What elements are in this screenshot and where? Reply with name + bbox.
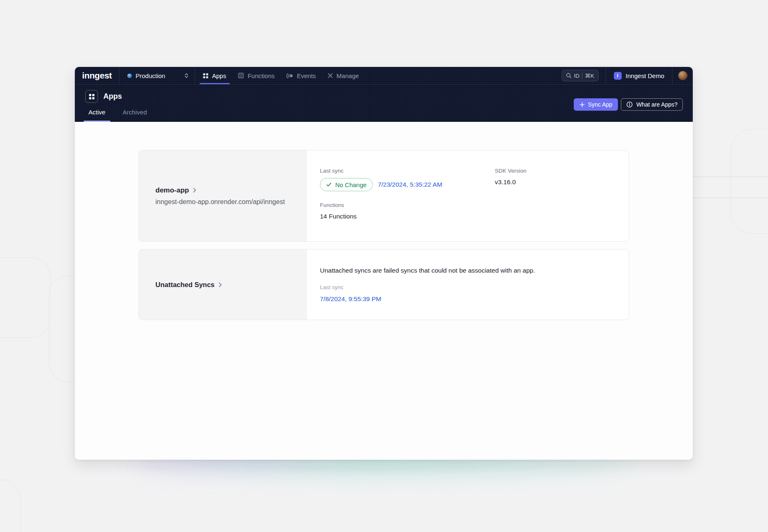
background-decoration-line	[686, 197, 768, 198]
functions-count: 14 Functions	[320, 213, 495, 220]
code-icon	[238, 72, 244, 79]
app-name: demo-app	[155, 186, 189, 195]
plus-icon	[580, 102, 585, 107]
sdk-version-field: SDK Version v3.16.0	[495, 168, 619, 191]
tab-archived[interactable]: Archived	[118, 109, 152, 122]
page-actions: Sync App What are Apps?	[574, 98, 683, 111]
app-card-details: Last sync No Change 7/23/2024, 5:35:22 A…	[307, 150, 629, 241]
what-are-apps-label: What are Apps?	[636, 101, 677, 108]
apps-page-icon	[85, 90, 98, 103]
search-scope-label: ID	[574, 73, 580, 79]
status-badge: No Change	[320, 178, 373, 191]
app-window: inngest Production	[75, 67, 693, 460]
what-are-apps-button[interactable]: What are Apps?	[621, 98, 683, 111]
search-input[interactable]: ID ⌘K	[562, 70, 599, 81]
last-sync-label: Last sync	[320, 284, 619, 290]
inngest-logo[interactable]: inngest	[75, 67, 119, 84]
info-icon	[626, 101, 633, 108]
nav-tab-label: Manage	[336, 72, 359, 79]
chevron-right-icon	[193, 188, 196, 193]
sync-app-label: Sync App	[588, 101, 612, 108]
app-card-summary: demo-app inngest-demo-app.onrender.com/a…	[139, 150, 307, 241]
unattached-description: Unattached syncs are failed syncs that c…	[320, 267, 619, 274]
functions-field: Functions 14 Functions	[320, 202, 495, 220]
nav-tab-apps[interactable]: Apps	[203, 67, 226, 84]
app-name-link[interactable]: demo-app	[155, 186, 294, 195]
environment-label: Production	[136, 72, 165, 79]
unattached-syncs-link[interactable]: Unattached Syncs	[155, 281, 294, 289]
apps-filter-tabs: Active Archived	[83, 109, 152, 122]
background-decoration	[0, 257, 50, 338]
last-sync-link[interactable]: 7/8/2024, 9:55:39 PM	[320, 295, 381, 303]
unattached-syncs-title: Unattached Syncs	[155, 281, 215, 289]
nav-tab-events[interactable]: Events	[286, 67, 316, 84]
background-decoration-line	[686, 176, 768, 177]
nav-tab-label: Events	[297, 72, 316, 79]
sdk-version-label: SDK Version	[495, 168, 619, 174]
nav-tab-manage[interactable]: Manage	[327, 67, 359, 84]
inngest-logo-text: inngest	[82, 71, 112, 81]
primary-nav-tabs: Apps Functions	[195, 67, 359, 84]
chevron-up-down-icon	[184, 72, 189, 79]
nav-tab-label: Functions	[248, 72, 274, 79]
avatar	[678, 71, 687, 80]
search-divider	[582, 73, 582, 78]
background-decoration	[0, 480, 21, 532]
unattached-syncs-card: Unattached Syncs Unattached syncs are fa…	[138, 249, 629, 320]
sync-app-button[interactable]: Sync App	[574, 98, 618, 111]
page-title-row: Apps	[85, 90, 122, 103]
sdk-version-value: v3.16.0	[495, 178, 619, 186]
environment-selector[interactable]: Production	[119, 67, 195, 84]
page-header: Apps Active Archived Sync App	[75, 85, 693, 122]
nav-tab-functions[interactable]: Functions	[238, 67, 274, 84]
last-sync-row: No Change 7/23/2024, 5:35:22 AM	[320, 178, 495, 191]
app-url: inngest-demo-app.onrender.com/api/innges…	[155, 198, 294, 206]
workspace-badge: I	[614, 72, 622, 80]
search-icon	[566, 73, 572, 78]
status-badge-label: No Change	[335, 181, 367, 188]
unattached-card-summary: Unattached Syncs	[139, 249, 307, 320]
app-header: inngest Production	[75, 67, 693, 122]
top-nav-right: ID ⌘K I Inngest Demo	[562, 67, 693, 84]
background-decoration	[731, 129, 768, 234]
functions-label: Functions	[320, 202, 495, 208]
account-menu[interactable]: I Inngest Demo	[606, 67, 672, 84]
apps-list: demo-app inngest-demo-app.onrender.com/a…	[75, 122, 693, 460]
last-sync-field: Last sync No Change 7/23/2024, 5:35:22 A…	[320, 168, 495, 191]
environment-status-icon	[127, 74, 132, 78]
nav-tab-label: Apps	[212, 72, 226, 79]
top-nav: inngest Production	[75, 67, 693, 85]
app-card-demo-app: demo-app inngest-demo-app.onrender.com/a…	[138, 150, 629, 242]
last-sync-label: Last sync	[320, 168, 495, 174]
events-signal-icon	[286, 73, 293, 79]
grid-icon	[203, 73, 209, 79]
check-icon	[326, 182, 332, 187]
unattached-card-details: Unattached syncs are failed syncs that c…	[307, 249, 629, 320]
user-menu[interactable]	[673, 67, 693, 84]
page-title: Apps	[103, 92, 122, 101]
last-sync-link[interactable]: 7/23/2024, 5:35:22 AM	[378, 181, 442, 188]
tab-active[interactable]: Active	[83, 109, 110, 122]
search-shortcut: ⌘K	[585, 72, 594, 79]
chevron-right-icon	[219, 282, 222, 287]
workspace-name: Inngest Demo	[626, 72, 664, 79]
tools-icon	[327, 73, 333, 78]
